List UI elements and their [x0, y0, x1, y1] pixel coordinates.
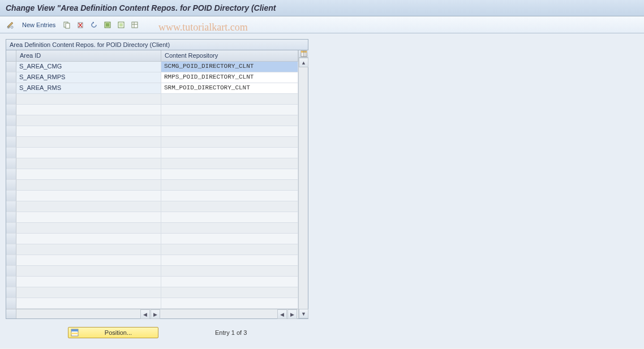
table-row[interactable]: [6, 169, 298, 180]
hscroll-right-b-button[interactable]: ▶: [287, 309, 297, 319]
table-row[interactable]: [6, 287, 298, 298]
row-selector[interactable]: [6, 94, 16, 105]
row-selector[interactable]: [6, 180, 16, 191]
table-row[interactable]: [6, 115, 298, 126]
cell-area-id[interactable]: [16, 126, 161, 137]
table-row[interactable]: S_AREA_RMPSRMPS_POID_DIRECTORY_CLNT: [6, 72, 298, 83]
cell-content-repo[interactable]: [161, 169, 298, 180]
row-selector[interactable]: [6, 287, 16, 298]
table-row[interactable]: [6, 212, 298, 223]
cell-area-id[interactable]: [16, 105, 161, 115]
cell-area-id[interactable]: [16, 94, 161, 105]
cell-content-repo[interactable]: [161, 234, 298, 244]
cell-content-repo[interactable]: [161, 126, 298, 137]
cell-content-repo[interactable]: [161, 277, 298, 287]
cell-content-repo[interactable]: [161, 115, 298, 126]
cell-area-id[interactable]: S_AREA_RMPS: [16, 72, 161, 83]
vscroll-down-button[interactable]: ▼: [299, 309, 308, 318]
configure-columns-button[interactable]: [299, 50, 308, 58]
table-row[interactable]: [6, 244, 298, 255]
cell-area-id[interactable]: [16, 266, 161, 277]
delete-button[interactable]: [74, 19, 87, 31]
cell-content-repo[interactable]: [161, 244, 298, 255]
cell-area-id[interactable]: [16, 180, 161, 191]
cell-area-id[interactable]: [16, 137, 161, 148]
row-selector[interactable]: [6, 298, 16, 309]
vscroll-track[interactable]: [299, 67, 308, 309]
row-selector[interactable]: [6, 158, 16, 169]
copy-button[interactable]: [61, 19, 73, 31]
vertical-scrollbar[interactable]: ▲ ▼: [298, 50, 308, 318]
row-selector[interactable]: [6, 62, 16, 72]
row-selector[interactable]: [6, 105, 16, 115]
table-settings-button[interactable]: [128, 19, 141, 31]
row-selector[interactable]: [6, 266, 16, 277]
deselect-all-button[interactable]: [115, 19, 127, 31]
column-header-area-id[interactable]: Area ID: [16, 50, 161, 62]
hscroll-left-b-button[interactable]: ◀: [277, 309, 287, 319]
cell-area-id[interactable]: [16, 298, 161, 309]
new-entries-button[interactable]: New Entries: [18, 20, 59, 30]
row-selector[interactable]: [6, 72, 16, 83]
undo-button[interactable]: [88, 19, 100, 31]
table-row[interactable]: [6, 137, 298, 148]
row-selector[interactable]: [6, 126, 16, 137]
row-selector[interactable]: [6, 191, 16, 201]
cell-area-id[interactable]: [16, 191, 161, 201]
table-row[interactable]: [6, 266, 298, 277]
cell-content-repo[interactable]: [161, 94, 298, 105]
cell-content-repo[interactable]: [161, 158, 298, 169]
row-selector[interactable]: [6, 169, 16, 180]
cell-area-id[interactable]: [16, 148, 161, 158]
row-selector[interactable]: [6, 83, 16, 94]
cell-area-id[interactable]: [16, 234, 161, 244]
row-selector[interactable]: [6, 223, 16, 234]
cell-content-repo[interactable]: [161, 137, 298, 148]
table-row[interactable]: S_AREA_RMSSRM_POID_DIRECTORY_CLNT: [6, 83, 298, 94]
cell-area-id[interactable]: [16, 244, 161, 255]
cell-area-id[interactable]: [16, 115, 161, 126]
row-selector[interactable]: [6, 148, 16, 158]
cell-area-id[interactable]: S_AREA_CMG: [16, 62, 161, 72]
cell-content-repo[interactable]: SCMG_POID_DIRECTORY_CLNT: [161, 62, 298, 72]
cell-content-repo[interactable]: [161, 266, 298, 277]
cell-content-repo[interactable]: [161, 180, 298, 191]
table-row[interactable]: [6, 298, 298, 309]
cell-content-repo[interactable]: SRM_POID_DIRECTORY_CLNT: [161, 83, 298, 94]
select-all-button[interactable]: [101, 19, 114, 31]
table-row[interactable]: [6, 277, 298, 287]
cell-area-id[interactable]: [16, 212, 161, 223]
table-row[interactable]: [6, 148, 298, 158]
table-row[interactable]: [6, 126, 298, 137]
position-button[interactable]: Position...: [68, 327, 158, 338]
table-row[interactable]: [6, 223, 298, 234]
table-row[interactable]: [6, 234, 298, 244]
row-selector[interactable]: [6, 234, 16, 244]
row-selector[interactable]: [6, 244, 16, 255]
table-row[interactable]: [6, 191, 298, 201]
table-row[interactable]: [6, 94, 298, 105]
cell-content-repo[interactable]: RMPS_POID_DIRECTORY_CLNT: [161, 72, 298, 83]
cell-content-repo[interactable]: [161, 287, 298, 298]
table-row[interactable]: S_AREA_CMGSCMG_POID_DIRECTORY_CLNT: [6, 62, 298, 72]
table-row[interactable]: [6, 255, 298, 266]
column-header-content-repo[interactable]: Content Repository: [161, 50, 298, 62]
hscroll-right-a-button[interactable]: ▶: [151, 309, 160, 319]
vscroll-up-button[interactable]: ▲: [299, 58, 308, 67]
cell-area-id[interactable]: [16, 277, 161, 287]
cell-content-repo[interactable]: [161, 201, 298, 212]
table-row[interactable]: [6, 201, 298, 212]
cell-content-repo[interactable]: [161, 105, 298, 115]
hscroll-left-a-button[interactable]: ◀: [140, 309, 150, 319]
row-selector[interactable]: [6, 255, 16, 266]
cell-area-id[interactable]: [16, 201, 161, 212]
cell-content-repo[interactable]: [161, 148, 298, 158]
cell-area-id[interactable]: [16, 158, 161, 169]
cell-content-repo[interactable]: [161, 212, 298, 223]
table-row[interactable]: [6, 180, 298, 191]
toggle-change-button[interactable]: [5, 19, 17, 31]
row-selector[interactable]: [6, 212, 16, 223]
cell-content-repo[interactable]: [161, 223, 298, 234]
cell-content-repo[interactable]: [161, 298, 298, 309]
row-selector[interactable]: [6, 201, 16, 212]
